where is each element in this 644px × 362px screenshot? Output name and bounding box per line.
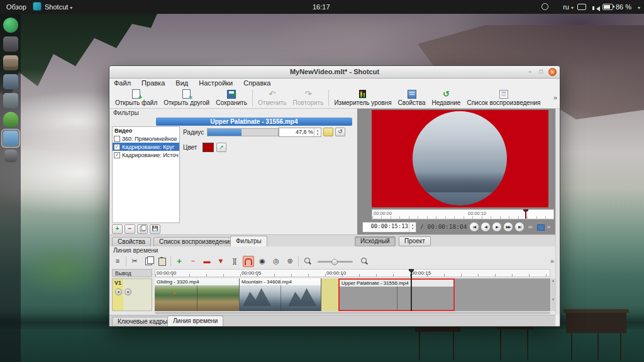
save-button[interactable]: Сохранить (213, 89, 250, 107)
timeline-track-v1[interactable]: Gliding - 3320.mp4 Mountain - 34608.mp4 … (155, 278, 550, 311)
filter-item-crop-circle[interactable]: Кадрирование: Круг (113, 143, 179, 151)
redo-button[interactable]: ↷Повторить (290, 89, 327, 107)
filter-item-360[interactable]: 360: Прямолинейное (113, 134, 179, 143)
skip-start-button[interactable]: |◀ (469, 222, 479, 232)
track-header-v1[interactable]: V1 (112, 278, 152, 311)
system-menu-chevron-icon[interactable]: ▾ (636, 0, 640, 14)
menu-settings[interactable]: Настройки (194, 79, 237, 88)
color-swatch[interactable] (203, 143, 214, 152)
filter-checkbox[interactable] (114, 144, 120, 150)
player-menu-icon[interactable]: » (547, 224, 550, 230)
minimize-button[interactable]: − (526, 68, 534, 76)
properties-button[interactable]: Свойства (395, 89, 429, 107)
zoom-slider-handle[interactable] (331, 259, 338, 265)
tab-timeline[interactable]: Линия времени (167, 315, 223, 326)
filter-item-crop-source[interactable]: Кадрирование: Источ (113, 151, 179, 159)
open-file-button[interactable]: Открыть файл (112, 89, 160, 107)
in-out-button[interactable] (537, 224, 545, 231)
filter-checkbox[interactable] (114, 152, 120, 158)
menu-help[interactable]: Справка (239, 79, 275, 88)
radius-slider[interactable] (207, 128, 279, 136)
snap-button[interactable] (243, 256, 254, 267)
timeline-horizontal-scrollbar[interactable] (155, 312, 550, 314)
save-preset-button[interactable]: 💾 (150, 224, 160, 234)
ripple-all-tracks-button[interactable]: ⊛ (284, 256, 296, 267)
status-indicator-icon[interactable] (541, 0, 548, 14)
toolbar-overflow-icon[interactable]: » (553, 94, 557, 101)
play-button[interactable]: ▶ (492, 222, 502, 232)
app-menu[interactable]: Shotcut▾ (33, 0, 72, 14)
skip-end-button[interactable]: ▶| (514, 222, 525, 232)
radius-spinbox[interactable]: 47,8 % ▴▾ (279, 128, 321, 137)
track-hide-button[interactable] (115, 288, 122, 295)
scrub-while-dragging-button[interactable]: ◉ (257, 256, 268, 267)
output-track-header[interactable]: Вывод (112, 269, 152, 277)
dock-app-icon-2[interactable] (3, 36, 18, 52)
timeline-gap[interactable] (321, 278, 339, 311)
dock-app-icon-3[interactable] (3, 74, 18, 89)
dock-app-icon-1[interactable] (3, 18, 18, 33)
audio-meter-button[interactable]: Измеритель уровня (331, 89, 394, 107)
clip-mountain[interactable]: Mountain - 34608.mp4 (240, 278, 321, 311)
recent-button[interactable]: ↺Недавние (428, 89, 464, 107)
cut-button[interactable]: ✂ (129, 256, 140, 267)
scrubber-playhead[interactable] (525, 210, 526, 219)
tab-project[interactable]: Проект (399, 236, 431, 246)
close-button[interactable]: × (548, 68, 557, 76)
zoom-slider[interactable] (318, 261, 353, 263)
dock-app-icon-5[interactable] (4, 150, 17, 162)
overwrite-button[interactable]: ▼ (215, 256, 226, 267)
tab-source[interactable]: Исходный (355, 236, 396, 246)
tab-playlist[interactable]: Список воспроизведения (153, 237, 238, 246)
undo-button[interactable]: ↶Отменить (255, 89, 290, 107)
display-icon[interactable] (577, 0, 586, 14)
menu-edit[interactable]: Правка (137, 79, 169, 88)
zoom-in-button[interactable] (358, 256, 369, 267)
volume-icon[interactable] (592, 0, 600, 14)
player-scrubber[interactable]: 00:00:00 00:00:10 (372, 209, 554, 219)
timeline-ruler[interactable]: 00:00:00 00:00:05 00:00:10 00:00:15 (155, 269, 550, 277)
append-button[interactable]: + (174, 256, 185, 267)
remove-filter-button[interactable]: − (125, 224, 135, 234)
clip-upper-palatinate[interactable]: Upper Palatinate - 31556.mp4 (338, 278, 455, 311)
menu-file[interactable]: Файл (109, 79, 135, 88)
reset-button[interactable]: ↺ (335, 128, 345, 136)
copy-filters-button[interactable] (137, 224, 148, 234)
loop-button[interactable]: ∞ (528, 224, 532, 230)
tab-properties[interactable]: Свойства (112, 237, 151, 246)
menu-view[interactable]: Вид (171, 79, 192, 88)
paste-button[interactable] (157, 256, 168, 267)
playlist-button[interactable]: Список воспроизведения (464, 89, 543, 107)
filter-checkbox[interactable] (114, 136, 120, 142)
window-titlebar[interactable]: MyNewVideo.mlt* - Shotcut − □ × (109, 66, 560, 79)
play-backwards-button[interactable]: ◀ (480, 222, 491, 232)
tab-filters[interactable]: Фильтры (230, 236, 267, 246)
tab-keyframes[interactable]: Ключевые кадры (112, 317, 173, 326)
activities-button[interactable]: Обзор (6, 0, 26, 14)
dock-shotcut-icon[interactable] (3, 131, 18, 146)
maximize-button[interactable]: □ (537, 68, 545, 76)
track-mute-button[interactable] (125, 288, 131, 295)
color-picker-button[interactable]: ↗ (216, 143, 226, 152)
battery-indicator[interactable]: 86 % (602, 0, 631, 14)
clip-gliding[interactable]: Gliding - 3320.mp4 (155, 278, 240, 311)
timeline-vertical-scrollbar[interactable]: ▴▾ (551, 278, 555, 311)
copy-button[interactable] (143, 256, 154, 267)
timeline-menu-button[interactable]: ≡ (112, 256, 123, 267)
zoom-out-button[interactable] (301, 256, 313, 267)
dock-app-icon-4[interactable] (3, 93, 18, 108)
keyframes-button[interactable] (323, 128, 333, 136)
ripple-button[interactable]: ◎ (270, 256, 282, 267)
split-button[interactable]: ][ (229, 256, 240, 267)
timeline-toolbar-overflow-icon[interactable]: » (550, 257, 554, 265)
timeline-playhead[interactable] (411, 269, 412, 311)
clock[interactable]: 16:17 (313, 0, 330, 14)
dock-plant-icon[interactable] (3, 112, 18, 127)
open-other-button[interactable]: Открыть другой (160, 89, 213, 107)
dock-files-icon[interactable] (3, 55, 18, 70)
current-timecode-spinbox[interactable]: 00:00:15:13 ▴▾ (362, 222, 416, 233)
add-filter-button[interactable]: + (112, 224, 123, 234)
lift-button[interactable]: ▬ (201, 256, 213, 267)
fast-forward-button[interactable]: ▶▶ (503, 222, 513, 232)
ripple-delete-button[interactable]: − (187, 256, 199, 267)
